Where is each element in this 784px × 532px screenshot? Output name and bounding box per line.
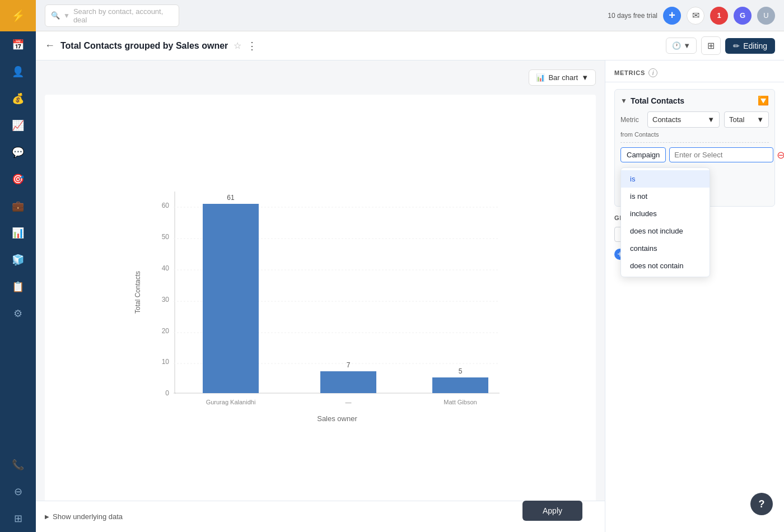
header-right: 🕐 ▼ ⊞ ✏ Editing <box>666 36 775 55</box>
chart-svg: 0 10 20 30 40 50 <box>130 180 511 438</box>
sidebar-item-dollar[interactable]: 💰 <box>0 85 36 112</box>
svg-text:0: 0 <box>165 389 169 397</box>
sidebar-item-grid[interactable]: ⊞ <box>0 505 36 532</box>
metric-item-left: ▼ Total Contacts <box>620 96 684 105</box>
metric-metric-row: Metric Contacts ▼ Total ▼ <box>620 111 769 128</box>
bar-chart-icon: 📊 <box>536 73 545 82</box>
sidebar: ⚡ 📅 👤 💰 📈 💬 🎯 💼 📊 🧊 📋 ⚙ 📞 ⊖ ⊞ <box>0 0 36 532</box>
clock-icon: 🕐 <box>672 41 681 50</box>
sidebar-item-cube[interactable]: 🧊 <box>0 246 36 273</box>
star-button[interactable]: ☆ <box>234 40 241 51</box>
dropdown-item-does-not-include[interactable]: does not include <box>621 222 710 240</box>
svg-text:10: 10 <box>162 358 170 366</box>
bottom-bar: ▶ Show underlying data <box>36 501 605 532</box>
right-panel: METRICS i ▼ Total Contacts 🔽 Metric <box>605 60 784 532</box>
metric-row-label: Metric <box>620 116 643 124</box>
sidebar-item-person[interactable]: 👤 <box>0 58 36 85</box>
trial-badge: 10 days free trial <box>608 12 657 20</box>
svg-text:60: 60 <box>162 202 170 209</box>
mail-button[interactable]: ✉ <box>687 7 704 25</box>
contacts-arrow: ▼ <box>707 115 715 124</box>
total-arrow: ▼ <box>757 115 764 124</box>
search-dropdown-arrow[interactable]: ▼ <box>63 12 70 20</box>
filter-dropdown-menu: is is not includes does not include cont… <box>620 167 710 277</box>
grid-view-button[interactable]: ⊞ <box>701 36 721 55</box>
show-data-toggle[interactable]: ▶ Show underlying data <box>45 512 123 521</box>
svg-text:61: 61 <box>227 194 235 202</box>
metric-name: Total Contacts <box>631 96 684 105</box>
show-data-label: Show underlying data <box>53 512 123 521</box>
notification-button[interactable]: 1 <box>710 7 728 25</box>
sidebar-item-settings[interactable]: ⚙ <box>0 300 36 327</box>
from-contacts-label: from Contacts <box>620 131 769 138</box>
svg-text:30: 30 <box>162 296 170 304</box>
chart-type-arrow: ▼ <box>581 73 589 82</box>
search-bar[interactable]: 🔍 ▼ Search by contact, account, deal <box>45 4 179 27</box>
add-button[interactable]: + <box>663 7 681 25</box>
sidebar-item-message[interactable]: 💬 <box>0 139 36 166</box>
page-title: Total Contacts grouped by Sales owner <box>60 41 228 51</box>
sidebar-item-list[interactable]: 📋 <box>0 273 36 300</box>
editing-label: Editing <box>743 41 767 50</box>
metric-item-header: ▼ Total Contacts 🔽 <box>620 95 769 106</box>
topbar-right: 10 days free trial + ✉ 1 G U <box>608 7 775 25</box>
chart-container: 0 10 20 30 40 50 <box>45 95 596 523</box>
history-button[interactable]: 🕐 ▼ <box>666 38 697 54</box>
content-area: 📊 Bar chart ▼ 0 10 <box>36 60 784 532</box>
search-placeholder: Search by contact, account, deal <box>73 7 173 24</box>
metrics-label: METRICS <box>614 69 645 76</box>
chart-panel: 📊 Bar chart ▼ 0 10 <box>36 60 605 532</box>
svg-text:20: 20 <box>162 327 170 335</box>
metric-filter-icon[interactable]: 🔽 <box>758 95 769 106</box>
chart-type-selector[interactable]: 📊 Bar chart ▼ <box>529 69 596 86</box>
svg-text:Matt Gibson: Matt Gibson <box>444 399 477 405</box>
filter-divider <box>620 142 769 143</box>
svg-text:7: 7 <box>347 361 351 369</box>
dropdown-item-is-not[interactable]: is not <box>621 188 710 205</box>
topbar: 🔍 ▼ Search by contact, account, deal 10 … <box>36 0 784 31</box>
page-header: ← Total Contacts grouped by Sales owner … <box>36 31 784 60</box>
contacts-dropdown[interactable]: Contacts ▼ <box>647 111 720 128</box>
svg-text:—: — <box>346 399 352 405</box>
help-button[interactable]: ? <box>750 493 773 515</box>
chart-toolbar: 📊 Bar chart ▼ <box>45 69 596 86</box>
logo-icon: ⚡ <box>11 9 25 22</box>
dropdown-item-does-not-contain[interactable]: does not contain <box>621 257 710 274</box>
filter-tag[interactable]: Campaign <box>620 147 666 162</box>
sidebar-item-phone[interactable]: 📞 <box>0 451 36 478</box>
filter-input[interactable] <box>669 147 773 162</box>
sidebar-item-chart[interactable]: 📈 <box>0 112 36 139</box>
bar-1 <box>203 204 259 393</box>
filter-remove-button[interactable]: ⊖ <box>777 150 784 160</box>
sidebar-item-calendar[interactable]: 📅 <box>0 31 36 58</box>
sidebar-item-barchart[interactable]: 📊 <box>0 220 36 246</box>
sidebar-logo[interactable]: ⚡ <box>0 0 36 31</box>
search-icon: 🔍 <box>51 11 60 20</box>
chevron-icon[interactable]: ▼ <box>620 97 627 105</box>
avatar-button[interactable]: G <box>734 7 752 25</box>
sidebar-item-circle[interactable]: ⊖ <box>0 478 36 505</box>
filter-row: Campaign is is not includes does not inc… <box>620 147 769 162</box>
sidebar-item-briefcase[interactable]: 💼 <box>0 193 36 220</box>
apply-button[interactable]: Apply <box>522 501 582 521</box>
dropdown-item-includes[interactable]: includes <box>621 205 710 222</box>
dropdown-item-contains[interactable]: contains <box>621 240 710 257</box>
chart-type-label: Bar chart <box>548 73 578 82</box>
sidebar-item-target[interactable]: 🎯 <box>0 166 36 193</box>
back-button[interactable]: ← <box>45 40 55 52</box>
metrics-info-icon[interactable]: i <box>648 68 657 77</box>
bar-3 <box>432 377 488 393</box>
user-button[interactable]: U <box>757 7 775 25</box>
dropdown-arrow: ▼ <box>683 41 690 50</box>
bar-2 <box>320 371 376 393</box>
main-area: 🔍 ▼ Search by contact, account, deal 10 … <box>36 0 784 532</box>
metrics-body: ▼ Total Contacts 🔽 Metric Contacts ▼ Tot… <box>605 82 784 532</box>
total-value: Total <box>729 115 744 124</box>
more-button[interactable]: ⋮ <box>247 40 258 52</box>
svg-text:Sales owner: Sales owner <box>317 414 357 423</box>
metric-item: ▼ Total Contacts 🔽 Metric Contacts ▼ Tot… <box>614 89 775 207</box>
total-dropdown[interactable]: Total ▼ <box>724 111 769 128</box>
dropdown-item-is[interactable]: is <box>621 170 710 188</box>
pencil-icon: ✏ <box>733 41 740 50</box>
editing-button[interactable]: ✏ Editing <box>725 38 775 54</box>
